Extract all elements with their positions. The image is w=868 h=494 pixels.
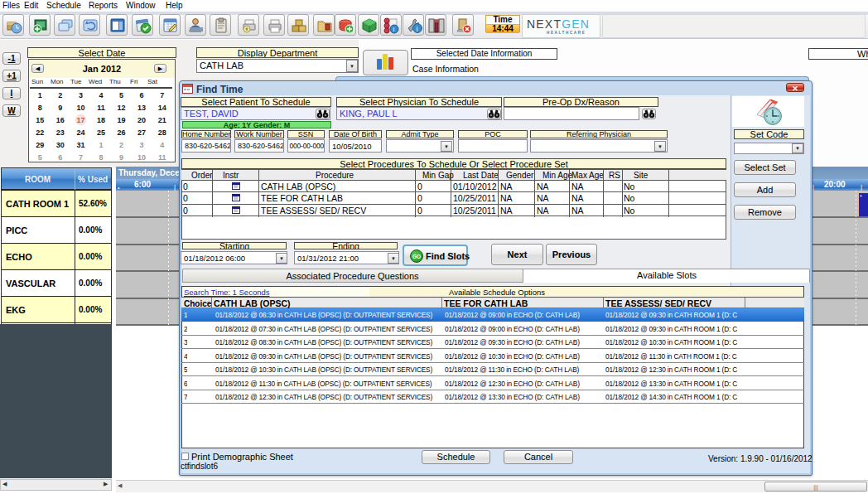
svg-text:i: i: [393, 26, 395, 33]
svg-text:i: i: [417, 25, 418, 33]
